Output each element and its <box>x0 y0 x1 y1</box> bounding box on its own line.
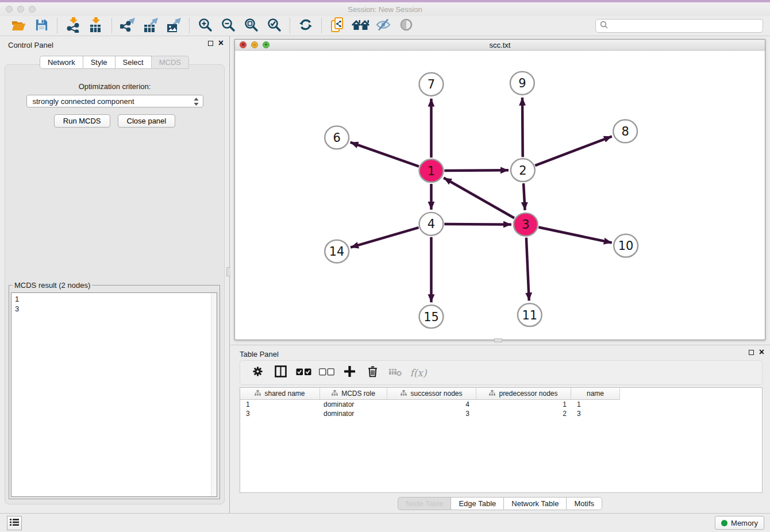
task-history-button[interactable] <box>7 516 22 530</box>
add-column-button[interactable] <box>339 364 360 381</box>
close-panel-icon[interactable]: × <box>218 40 224 46</box>
tab-motifs[interactable]: Motifs <box>566 497 602 510</box>
cell-successor-nodes[interactable]: 3 <box>387 410 476 418</box>
graph-edge-1-6[interactable] <box>351 142 419 167</box>
graph-node-9[interactable]: 9 <box>510 72 534 95</box>
search-input[interactable] <box>611 22 759 30</box>
graph-edge-4-3[interactable] <box>444 224 511 225</box>
destroy-table-button[interactable] <box>385 364 406 381</box>
column-header-shared-name[interactable]: shared name <box>240 388 320 400</box>
close-table-panel-icon[interactable]: × <box>759 349 764 355</box>
close-panel-button[interactable]: Close panel <box>118 114 176 128</box>
tab-network[interactable]: Network <box>40 56 83 69</box>
import-network-button[interactable] <box>61 17 84 34</box>
graph-edge-2-8[interactable] <box>535 136 612 165</box>
graph-node-7[interactable]: 7 <box>419 73 444 96</box>
search-icon <box>600 21 608 31</box>
network-window-titlebar[interactable]: ✕ − + scc.txt <box>235 40 765 51</box>
export-image-button[interactable] <box>162 17 185 34</box>
tab-select[interactable]: Select <box>115 56 152 69</box>
table-delete-icon <box>389 367 402 379</box>
open-session-button[interactable] <box>7 17 30 34</box>
export-table-button[interactable] <box>139 17 162 34</box>
column-grip-icon <box>255 390 261 398</box>
graph-node-2[interactable]: 2 <box>511 159 535 182</box>
cell-mcds-role[interactable]: dominator <box>320 400 387 408</box>
graph-node-8[interactable]: 8 <box>613 120 637 143</box>
open-folder-icon <box>11 18 26 34</box>
table-settings-button[interactable] <box>247 364 268 381</box>
tab-network-table[interactable]: Network Table <box>503 497 567 510</box>
column-header-successor-nodes[interactable]: successor nodes <box>387 388 476 400</box>
horizontal-splitter-grip[interactable] <box>494 338 502 342</box>
graph-node-10[interactable]: 10 <box>614 234 638 257</box>
memory-button[interactable]: Memory <box>715 516 764 530</box>
network-canvas[interactable]: 7968124314101511 <box>235 51 765 340</box>
svg-text:8: 8 <box>621 125 629 138</box>
cell-name[interactable]: 1 <box>571 400 620 408</box>
tab-mcds[interactable]: MCDS <box>151 56 189 69</box>
criterion-dropdown[interactable]: strongly connected component <box>26 95 203 107</box>
save-session-button[interactable] <box>30 17 53 34</box>
cell-mcds-role[interactable]: dominator <box>320 410 387 418</box>
cell-predecessor-nodes[interactable]: 1 <box>476 400 571 408</box>
graph-edge-1-2[interactable] <box>444 170 509 171</box>
select-all-button[interactable] <box>293 364 314 381</box>
toggle-columns-button[interactable] <box>270 364 291 381</box>
delete-column-button[interactable] <box>362 364 383 381</box>
graph-node-11[interactable]: 11 <box>518 303 542 326</box>
graph-node-1[interactable]: 1 <box>419 159 444 182</box>
graph-edge-3-10[interactable] <box>538 228 612 243</box>
frame-minimize-button[interactable]: − <box>251 41 258 48</box>
graph-edge-3-1[interactable] <box>444 178 514 218</box>
zoom-out-button[interactable] <box>217 17 240 34</box>
run-mcds-button[interactable]: Run MCDS <box>54 114 110 128</box>
table-row[interactable]: 3 dominator 3 2 3 <box>240 409 762 418</box>
show-graphics-details-button[interactable] <box>395 17 418 34</box>
graph-node-6[interactable]: 6 <box>325 126 349 149</box>
clone-network-button[interactable] <box>326 17 349 34</box>
graph-node-14[interactable]: 14 <box>325 240 349 263</box>
save-floppy-icon <box>35 18 48 34</box>
home-button[interactable] <box>349 17 372 34</box>
node-table[interactable]: shared name MCDS role successor nodes pr… <box>240 387 763 493</box>
float-table-panel-icon[interactable] <box>749 350 754 355</box>
node-table-header: shared name MCDS role successor nodes pr… <box>240 388 762 400</box>
zoom-selected-button[interactable] <box>263 17 286 34</box>
hide-graphics-details-button[interactable] <box>372 17 395 34</box>
workspace: Control Panel × Network Style Select MCD… <box>0 36 770 513</box>
apply-layout-button[interactable] <box>294 17 317 34</box>
frame-close-button[interactable]: ✕ <box>240 41 247 48</box>
graph-edge-4-14[interactable] <box>351 228 418 247</box>
graph-edge-2-9[interactable] <box>522 98 523 157</box>
tab-style[interactable]: Style <box>83 56 116 69</box>
control-panel: Control Panel × Network Style Select MCD… <box>0 36 230 513</box>
zoom-in-button[interactable] <box>194 17 217 34</box>
table-row[interactable]: 1 dominator 4 1 1 <box>240 400 762 409</box>
network-graph[interactable]: 7968124314101511 <box>235 51 765 340</box>
float-panel-icon[interactable] <box>208 41 213 46</box>
column-header-mcds-role[interactable]: MCDS role <box>320 388 387 400</box>
cell-name[interactable]: 3 <box>571 410 620 418</box>
cell-successor-nodes[interactable]: 4 <box>387 400 476 408</box>
cell-shared-name[interactable]: 3 <box>240 410 320 418</box>
graph-node-4[interactable]: 4 <box>419 213 444 236</box>
column-header-predecessor-nodes[interactable]: predecessor nodes <box>476 388 571 400</box>
tab-node-table[interactable]: Node Table <box>398 497 452 510</box>
graph-edge-3-11[interactable] <box>526 238 529 301</box>
graph-edge-2-3[interactable] <box>523 183 525 210</box>
criterion-dropdown-value: strongly connected component <box>33 97 134 106</box>
graph-node-15[interactable]: 15 <box>419 305 444 328</box>
column-header-name[interactable]: name <box>571 388 620 400</box>
graph-node-3[interactable]: 3 <box>514 213 538 236</box>
unselect-all-button[interactable] <box>316 364 337 381</box>
cell-shared-name[interactable]: 1 <box>240 400 320 408</box>
zoom-fit-button[interactable] <box>240 17 263 34</box>
function-builder-button[interactable]: f(x) <box>408 364 429 381</box>
result-scrollbar[interactable] <box>211 293 217 496</box>
export-network-button[interactable] <box>116 17 139 34</box>
frame-maximize-button[interactable]: + <box>263 41 270 48</box>
import-table-button[interactable] <box>84 17 107 34</box>
cell-predecessor-nodes[interactable]: 2 <box>476 410 571 418</box>
tab-edge-table[interactable]: Edge Table <box>451 497 504 510</box>
